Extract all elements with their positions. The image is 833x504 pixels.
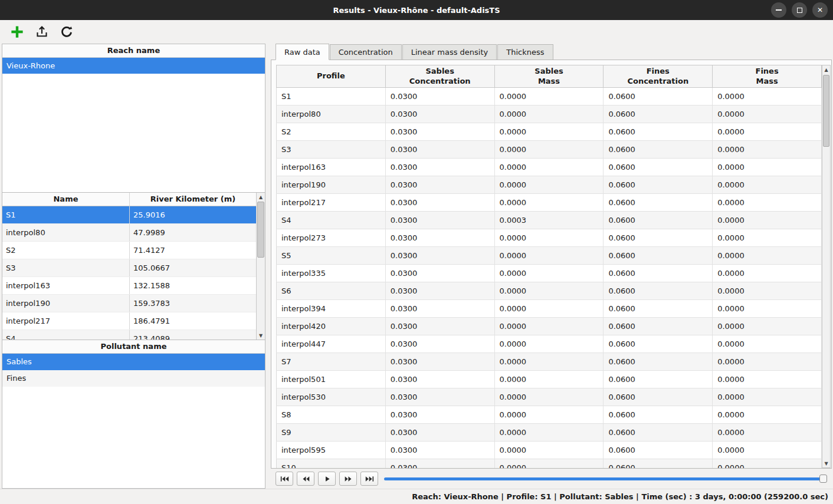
titlebar: Results - Vieux-Rhône - default-AdisTS ✕ xyxy=(0,0,833,20)
profiles-scroll-thumb[interactable] xyxy=(257,202,264,258)
data-row[interactable]: interpol2730.03000.00000.06000.0000 xyxy=(277,229,822,247)
data-cell: interpol447 xyxy=(277,335,386,353)
data-cell: 0.0000 xyxy=(494,88,604,106)
data-row[interactable]: interpol3350.03000.00000.06000.0000 xyxy=(277,265,822,282)
data-row[interactable]: S90.03000.00000.06000.0000 xyxy=(277,424,822,442)
data-row[interactable]: interpol1630.03000.00000.06000.0000 xyxy=(277,159,822,176)
profiles-scrollbar[interactable]: ▲ ▼ xyxy=(256,193,265,340)
data-cell: 0.0600 xyxy=(604,88,713,106)
profile-row[interactable]: interpol163132.1588 xyxy=(2,277,256,295)
scroll-down-icon[interactable]: ▼ xyxy=(822,459,830,467)
data-row[interactable]: S70.03000.00000.06000.0000 xyxy=(277,353,822,371)
data-cell: 0.0300 xyxy=(385,88,494,106)
data-column-header[interactable]: Fines Concentration xyxy=(604,65,713,88)
play-button[interactable] xyxy=(318,472,336,486)
skip-to-start-button[interactable] xyxy=(276,472,293,486)
profiles-scroll-track[interactable] xyxy=(257,201,265,331)
rewind-button[interactable] xyxy=(297,472,314,486)
time-slider-fill xyxy=(384,477,827,480)
data-cell: 0.0300 xyxy=(385,300,494,318)
window-controls: ✕ xyxy=(771,2,828,18)
data-row[interactable]: S20.03000.00000.06000.0000 xyxy=(277,123,822,141)
profile-name-cell: S3 xyxy=(2,259,129,276)
data-row[interactable]: interpol4470.03000.00000.06000.0000 xyxy=(277,335,822,353)
data-cell: interpol530 xyxy=(277,388,386,406)
data-cell: S2 xyxy=(277,123,386,141)
refresh-button[interactable] xyxy=(58,23,76,41)
profile-row[interactable]: S3105.0667 xyxy=(2,259,256,277)
data-scroll-thumb[interactable] xyxy=(823,75,829,147)
data-row[interactable]: interpol3940.03000.00000.06000.0000 xyxy=(277,300,822,318)
data-cell: 0.0000 xyxy=(494,282,604,300)
data-row[interactable]: interpol800.03000.00000.06000.0000 xyxy=(277,106,822,123)
tab-raw-data[interactable]: Raw data xyxy=(276,44,329,60)
profile-row[interactable]: interpol217186.4791 xyxy=(2,312,256,330)
data-table-scrollbar[interactable]: ▲ ▼ xyxy=(822,65,831,468)
data-cell: 0.0000 xyxy=(713,459,822,469)
data-row[interactable]: S80.03000.00000.06000.0000 xyxy=(277,406,822,424)
scroll-down-icon[interactable]: ▼ xyxy=(257,331,265,340)
rewind-icon xyxy=(301,476,310,482)
list-item[interactable]: Sables xyxy=(2,354,265,370)
list-item[interactable]: Fines xyxy=(2,370,265,387)
data-row[interactable]: interpol1900.03000.00000.06000.0000 xyxy=(277,176,822,194)
data-row[interactable]: S50.03000.00000.06000.0000 xyxy=(277,247,822,265)
data-cell: 0.0003 xyxy=(494,212,604,229)
data-row[interactable]: S60.03000.00000.06000.0000 xyxy=(277,282,822,300)
data-row[interactable]: interpol5300.03000.00000.06000.0000 xyxy=(277,388,822,406)
data-cell: S9 xyxy=(277,424,386,442)
data-scroll-track[interactable] xyxy=(822,74,830,459)
data-row[interactable]: S40.03000.00030.06000.0000 xyxy=(277,212,822,229)
data-column-header[interactable]: Sables Mass xyxy=(494,65,604,88)
tab-concentration[interactable]: Concentration xyxy=(330,44,402,60)
data-cell: 0.0000 xyxy=(494,459,604,469)
data-row[interactable]: S10.03000.00000.06000.0000 xyxy=(277,88,822,106)
skip-to-end-button[interactable] xyxy=(360,472,378,486)
profile-row[interactable]: S4213.4089 xyxy=(2,330,256,340)
data-cell: 0.0000 xyxy=(713,247,822,265)
column-header-river-kilometer[interactable]: River Kilometer (m) xyxy=(129,193,256,206)
data-column-header[interactable]: Profile xyxy=(277,65,386,88)
list-item[interactable]: Vieux-Rhone xyxy=(2,58,265,74)
maximize-button[interactable] xyxy=(792,2,807,18)
scroll-up-icon[interactable]: ▲ xyxy=(822,65,830,74)
data-column-header[interactable]: Sables Concentration xyxy=(385,65,494,88)
profile-row[interactable]: interpol8047.9989 xyxy=(2,224,256,242)
data-cell: 0.0300 xyxy=(385,424,494,442)
scroll-up-icon[interactable]: ▲ xyxy=(257,193,265,201)
data-cell: S4 xyxy=(277,212,386,229)
data-cell: interpol420 xyxy=(277,318,386,335)
minimize-button[interactable] xyxy=(771,2,786,18)
data-cell: 0.0000 xyxy=(713,406,822,424)
data-cell: 0.0600 xyxy=(604,229,713,247)
time-slider-track xyxy=(384,477,827,480)
data-cell: 0.0000 xyxy=(494,106,604,123)
data-cell: 0.0000 xyxy=(494,300,604,318)
data-row[interactable]: S30.03000.00000.06000.0000 xyxy=(277,141,822,159)
tab-linear-mass-density[interactable]: Linear mass density xyxy=(402,44,497,60)
data-cell: 0.0300 xyxy=(385,123,494,141)
data-cell: interpol163 xyxy=(277,159,386,176)
data-cell: 0.0000 xyxy=(713,123,822,141)
data-cell: 0.0000 xyxy=(713,371,822,388)
data-row[interactable]: interpol5010.03000.00000.06000.0000 xyxy=(277,371,822,388)
time-slider[interactable] xyxy=(384,472,827,486)
time-slider-handle[interactable] xyxy=(819,475,827,483)
maximize-icon xyxy=(797,8,802,13)
data-row[interactable]: interpol2170.03000.00000.06000.0000 xyxy=(277,194,822,212)
profile-row[interactable]: S271.4127 xyxy=(2,242,256,259)
close-button[interactable]: ✕ xyxy=(812,2,828,18)
add-button[interactable] xyxy=(8,23,26,41)
column-header-name[interactable]: Name xyxy=(2,193,129,206)
refresh-icon xyxy=(61,26,73,38)
profile-row[interactable]: S125.9016 xyxy=(2,206,256,224)
export-button[interactable] xyxy=(33,23,51,41)
data-column-header[interactable]: Fines Mass xyxy=(713,65,822,88)
data-row[interactable]: interpol4200.03000.00000.06000.0000 xyxy=(277,318,822,335)
tab-thickness[interactable]: Thickness xyxy=(497,44,553,60)
data-cell: interpol273 xyxy=(277,229,386,247)
fast-forward-button[interactable] xyxy=(339,472,357,486)
data-row[interactable]: S100.03000.00000.06000.0000 xyxy=(277,459,822,469)
data-row[interactable]: interpol5950.03000.00000.06000.0000 xyxy=(277,442,822,459)
profile-row[interactable]: interpol190159.3783 xyxy=(2,295,256,312)
